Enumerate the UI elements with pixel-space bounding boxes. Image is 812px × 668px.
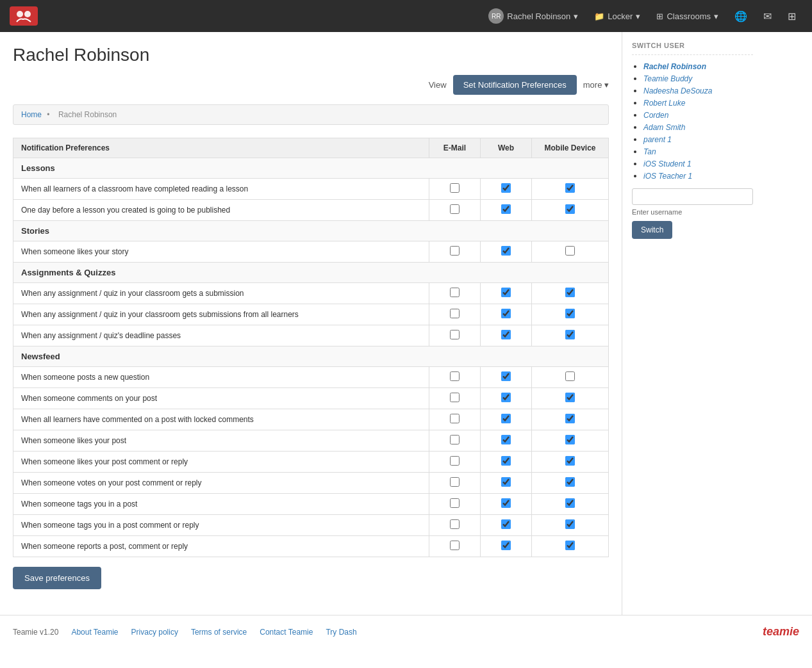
footer-terms[interactable]: Terms of service: [191, 628, 247, 637]
mobile-checkbox[interactable]: [565, 309, 575, 318]
row-web: [481, 367, 532, 388]
mobile-checkbox[interactable]: [565, 477, 575, 487]
navbar-locker[interactable]: 📁 Locker ▾: [588, 8, 647, 25]
email-checkbox[interactable]: [450, 309, 460, 318]
user-list-item[interactable]: parent 1: [643, 134, 753, 144]
user-list-item[interactable]: Tan: [643, 147, 753, 156]
footer-contact[interactable]: Contact Teamie: [260, 628, 313, 637]
footer-privacy[interactable]: Privacy policy: [131, 628, 178, 637]
email-checkbox[interactable]: [450, 204, 460, 214]
mobile-checkbox[interactable]: [565, 414, 575, 423]
user-list-item[interactable]: Corden: [643, 110, 753, 120]
table-row: When any assignment / quiz in your class…: [13, 304, 609, 325]
email-checkbox[interactable]: [450, 456, 460, 466]
web-checkbox[interactable]: [501, 477, 511, 487]
web-checkbox[interactable]: [501, 204, 511, 214]
mobile-checkbox[interactable]: [565, 330, 575, 339]
user-link[interactable]: Corden: [643, 111, 668, 120]
grid-icon[interactable]: ⊞: [781, 6, 802, 26]
user-list-item[interactable]: iOS Student 1: [643, 159, 753, 168]
mobile-checkbox[interactable]: [565, 183, 575, 193]
row-label: When someone likes your story: [13, 241, 429, 263]
user-list-item[interactable]: Adam Smith: [643, 122, 753, 132]
user-list-item[interactable]: Rachel Robinson: [643, 61, 753, 71]
web-checkbox[interactable]: [501, 309, 511, 318]
set-notification-preferences-button[interactable]: Set Notification Preferences: [453, 75, 577, 95]
row-email: [429, 325, 481, 346]
user-list-item[interactable]: Nadeesha DeSouza: [643, 86, 753, 95]
footer-try-dash[interactable]: Try Dash: [326, 628, 356, 637]
app-logo[interactable]: [10, 6, 38, 26]
table-row: When someone tags you in a post comment …: [13, 515, 609, 536]
row-label: When someone tags you in a post comment …: [13, 515, 429, 536]
web-checkbox[interactable]: [501, 519, 511, 529]
email-checkbox[interactable]: [450, 330, 460, 339]
user-list-item[interactable]: iOS Teacher 1: [643, 171, 753, 181]
user-link[interactable]: parent 1: [643, 135, 672, 144]
view-link[interactable]: View: [429, 80, 447, 90]
web-checkbox[interactable]: [501, 414, 511, 423]
email-checkbox[interactable]: [450, 519, 460, 529]
navbar-user[interactable]: RR Rachel Robinson ▾: [482, 4, 584, 28]
mobile-checkbox[interactable]: [565, 393, 575, 402]
user-link[interactable]: Rachel Robinson: [643, 62, 706, 71]
email-checkbox[interactable]: [450, 246, 460, 256]
web-checkbox[interactable]: [501, 435, 511, 444]
web-checkbox[interactable]: [501, 330, 511, 339]
user-link[interactable]: iOS Teacher 1: [643, 172, 692, 181]
email-checkbox[interactable]: [450, 498, 460, 508]
web-checkbox[interactable]: [501, 183, 511, 193]
user-link[interactable]: Adam Smith: [643, 123, 685, 132]
navbar-classrooms[interactable]: ⊞ Classrooms ▾: [650, 8, 725, 25]
user-list-item[interactable]: Robert Luke: [643, 98, 753, 108]
email-checkbox[interactable]: [450, 393, 460, 402]
email-checkbox[interactable]: [450, 183, 460, 193]
web-checkbox[interactable]: [501, 393, 511, 402]
mobile-checkbox[interactable]: [565, 288, 575, 297]
section-header-label: Stories: [13, 221, 609, 241]
save-preferences-button[interactable]: Save preferences: [13, 567, 101, 589]
mobile-checkbox[interactable]: [565, 371, 575, 381]
email-checkbox[interactable]: [450, 414, 460, 423]
mobile-checkbox[interactable]: [565, 204, 575, 214]
mobile-checkbox[interactable]: [565, 541, 575, 550]
page-title: Rachel Robinson: [13, 45, 609, 65]
mobile-checkbox[interactable]: [565, 435, 575, 444]
footer-about[interactable]: About Teamie: [71, 628, 118, 637]
row-email: [429, 430, 481, 452]
more-button[interactable]: more ▾: [583, 80, 609, 90]
web-checkbox[interactable]: [501, 456, 511, 466]
mobile-checkbox[interactable]: [565, 519, 575, 529]
svg-point-0: [17, 11, 23, 17]
web-checkbox[interactable]: [501, 288, 511, 297]
row-web: [481, 430, 532, 452]
row-email: [429, 473, 481, 494]
locker-icon: 📁: [594, 12, 604, 21]
web-checkbox[interactable]: [501, 541, 511, 550]
row-email: [429, 200, 481, 221]
mobile-checkbox[interactable]: [565, 246, 575, 256]
email-checkbox[interactable]: [450, 541, 460, 550]
web-checkbox[interactable]: [501, 246, 511, 256]
row-mobile: [532, 388, 609, 409]
mobile-checkbox[interactable]: [565, 456, 575, 466]
switch-button[interactable]: Switch: [632, 221, 672, 239]
email-checkbox[interactable]: [450, 288, 460, 297]
user-link[interactable]: Robert Luke: [643, 99, 685, 108]
web-checkbox[interactable]: [501, 498, 511, 508]
email-checkbox[interactable]: [450, 371, 460, 381]
table-row: When someone reports a post, comment or …: [13, 536, 609, 557]
email-checkbox[interactable]: [450, 435, 460, 444]
user-link[interactable]: Teamie Buddy: [643, 74, 692, 83]
mobile-checkbox[interactable]: [565, 498, 575, 508]
user-link[interactable]: Nadeesha DeSouza: [643, 86, 712, 95]
email-checkbox[interactable]: [450, 477, 460, 487]
username-input[interactable]: [632, 188, 753, 205]
user-link[interactable]: Tan: [643, 147, 656, 156]
user-link[interactable]: iOS Student 1: [643, 159, 692, 168]
mail-icon[interactable]: ✉: [757, 6, 778, 26]
globe-icon[interactable]: 🌐: [728, 6, 754, 26]
web-checkbox[interactable]: [501, 371, 511, 381]
breadcrumb-home[interactable]: Home: [21, 110, 42, 119]
user-list-item[interactable]: Teamie Buddy: [643, 74, 753, 83]
